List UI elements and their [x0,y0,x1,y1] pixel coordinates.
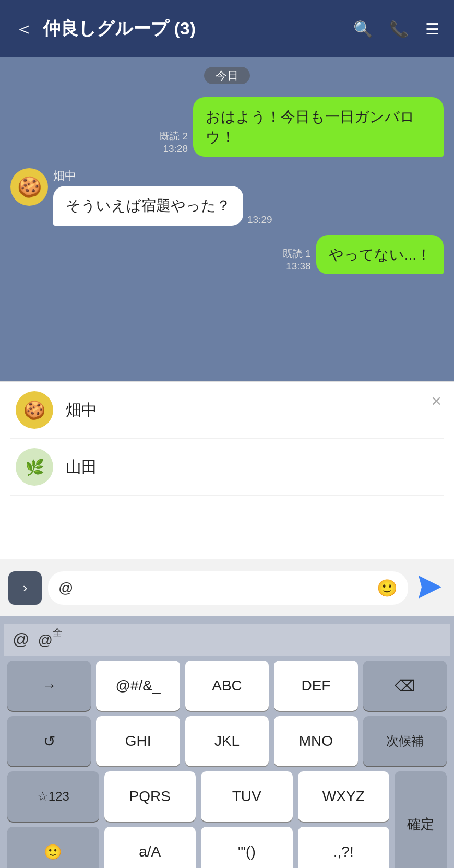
svg-marker-0 [419,576,441,599]
chat-area: 今日 既読 2 13:28 おはよう！今日も一日ガンバロウ！ 🍪 畑中 そういえ… [0,57,454,381]
message-row: 既読 2 13:28 おはよう！今日も一日ガンバロウ！ [10,97,444,157]
expand-button[interactable]: › [8,571,42,605]
message-row: 既読 1 13:38 やってない...！ [10,235,444,274]
send-icon [416,573,444,601]
key-row: ☆123 PQRS TUV WXYZ 🙂 a/A '"() .,?! 確定 [7,771,447,868]
avatar: 🌿 [16,448,53,486]
send-button[interactable] [414,573,446,602]
quotes-key[interactable]: '"() [201,827,293,868]
member-name: 畑中 [66,400,97,421]
tuv-key[interactable]: TUV [201,771,293,822]
punct-key[interactable]: .,?! [298,827,390,868]
avatar: 🍪 [10,168,48,206]
key-row: → @#/&_ ABC DEF ⌫ [7,661,447,711]
star123-key[interactable]: ☆123 [7,771,99,822]
wxyz-key[interactable]: WXYZ [298,771,390,822]
menu-icon[interactable]: ☰ [425,20,439,38]
avatar: 🍪 [16,391,53,429]
backspace-key[interactable]: ⌫ [363,661,447,711]
input-bar: › @ 🙂 [0,559,454,616]
close-button[interactable]: × [431,391,441,411]
undo-key[interactable]: ↺ [7,716,91,766]
search-icon[interactable]: 🔍 [353,20,373,38]
header: ＜ 仲良しグループ (3) 🔍 📞 ☰ [0,0,454,57]
def-key[interactable]: DEF [274,661,357,711]
pqrs-key[interactable]: PQRS [104,771,196,822]
header-icons: 🔍 📞 ☰ [353,20,439,38]
suggestion-at[interactable]: @ [13,630,29,649]
jkl-key[interactable]: JKL [185,716,269,766]
symbols-key[interactable]: @#/&_ [96,661,180,711]
emoji-button[interactable]: 🙂 [377,578,398,598]
message-bubble: おはよう！今日も一日ガンバロウ！ [193,97,444,157]
message-group-left: 🍪 畑中 そういえば宿題やった？ 13:29 [10,168,444,225]
phone-icon[interactable]: 📞 [389,20,409,38]
message-bubble: やってない...！ [316,235,444,274]
date-badge: 今日 [10,68,444,84]
next-candidate-key[interactable]: 次候補 [363,716,447,766]
message-meta: 既読 1 13:38 [283,247,311,272]
message-meta: 13:29 [247,214,272,226]
suggestion-row: @ @全 [4,624,450,656]
back-button[interactable]: ＜ [15,16,33,42]
key-row: ↺ GHI JKL MNO 次候補 [7,716,447,766]
suggestion-at-full[interactable]: @全 [38,630,62,649]
message-input[interactable]: @ 🙂 [48,571,408,605]
confirm-key[interactable]: 確定 [395,771,447,868]
shift-a-key[interactable]: a/A [104,827,196,868]
sender-name: 畑中 [53,168,272,184]
key-row: ☆123 PQRS TUV WXYZ [7,771,389,822]
ghi-key[interactable]: GHI [96,716,180,766]
abc-key[interactable]: ABC [185,661,269,711]
mention-item[interactable]: 🍪 畑中 [10,382,444,439]
chat-title: 仲良しグループ (3) [43,17,353,41]
key-row: 🙂 a/A '"() .,?! [7,827,389,868]
mention-panel: × 🍪 畑中 🌿 山田 [0,381,454,559]
message-meta: 既読 2 13:28 [160,130,188,155]
member-name: 山田 [66,456,97,478]
keyboard-rows: → @#/&_ ABC DEF ⌫ ↺ GHI JKL MNO 次候補 ☆123… [4,656,450,868]
mention-item[interactable]: 🌿 山田 [10,439,444,496]
arrow-key[interactable]: → [7,661,91,711]
mno-key[interactable]: MNO [274,716,357,766]
message-bubble: そういえば宿題やった？ [53,186,243,225]
keyboard-area: @ @全 → @#/&_ ABC DEF ⌫ ↺ GHI JKL MNO 次候補… [0,616,454,868]
emoji-key[interactable]: 🙂 [7,827,99,868]
